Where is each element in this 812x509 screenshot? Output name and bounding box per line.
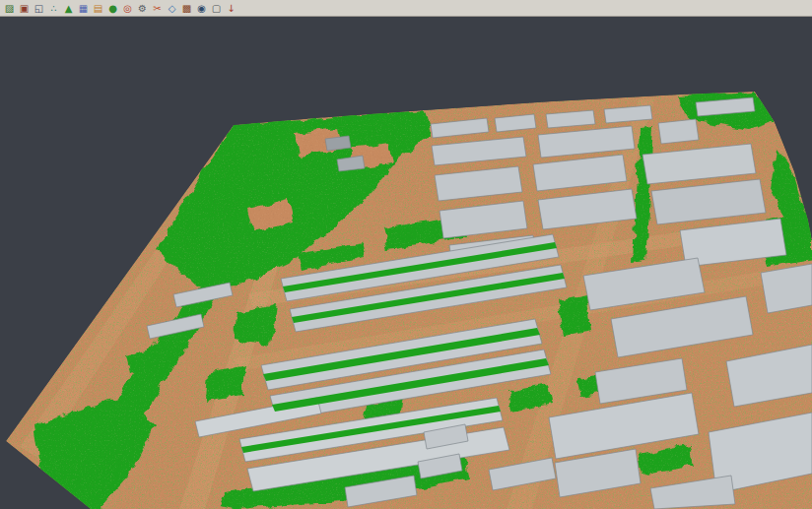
globe-icon[interactable]: ◉: [195, 2, 208, 15]
grid-icon[interactable]: ▦: [77, 2, 90, 15]
toolbar-icons: ▨▣◱∴▲▦▤●◎⚙✂◇▩◉▢↓: [2, 0, 238, 16]
building-roof: [325, 136, 351, 151]
building-roof: [761, 264, 812, 313]
terrain-icon[interactable]: ▲: [62, 2, 75, 15]
snapshot-icon[interactable]: ▢: [210, 2, 223, 15]
application-window: ▨▣◱∴▲▦▤●◎⚙✂◇▩◉▢↓: [0, 0, 812, 509]
crop-icon[interactable]: ✂: [151, 2, 164, 15]
classify-icon[interactable]: ●: [106, 2, 119, 15]
building-roof: [658, 119, 699, 144]
mesh-icon[interactable]: ◇: [166, 2, 178, 15]
export-icon[interactable]: ↓: [225, 2, 237, 15]
classified-point-cloud-scene: [0, 17, 812, 509]
open-project-icon[interactable]: ▨: [3, 2, 16, 15]
import-cloud-icon[interactable]: ◱: [33, 2, 45, 15]
points-icon[interactable]: ∴: [47, 2, 60, 15]
viewport-3d[interactable]: [0, 17, 812, 509]
orthophoto-icon[interactable]: ▤: [92, 2, 104, 15]
target-icon[interactable]: ◎: [121, 2, 134, 15]
main-toolbar: ▨▣◱∴▲▦▤●◎⚙✂◇▩◉▢↓: [0, 0, 812, 17]
settings-icon[interactable]: ⚙: [136, 2, 149, 15]
texture-icon[interactable]: ▩: [180, 2, 193, 15]
save-icon[interactable]: ▣: [18, 2, 31, 15]
